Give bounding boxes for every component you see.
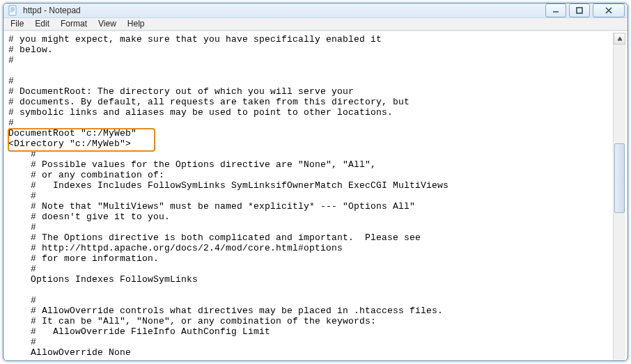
svg-rect-6 bbox=[577, 8, 582, 13]
menu-file[interactable]: File bbox=[5, 18, 29, 30]
notepad-icon bbox=[8, 5, 19, 16]
editor-content[interactable]: # you might expect, make sure that you h… bbox=[6, 33, 613, 361]
menu-help[interactable]: Help bbox=[122, 18, 150, 30]
vertical-scrollbar[interactable] bbox=[613, 33, 625, 361]
window-controls bbox=[545, 3, 625, 17]
vertical-scroll-track[interactable] bbox=[614, 45, 625, 361]
scroll-up-button[interactable] bbox=[614, 33, 625, 45]
maximize-button[interactable] bbox=[569, 3, 590, 17]
menubar: File Edit Format View Help bbox=[3, 18, 628, 31]
editor-area: # you might expect, make sure that you h… bbox=[5, 32, 626, 361]
vertical-scroll-thumb[interactable] bbox=[614, 143, 625, 213]
close-button[interactable] bbox=[593, 3, 625, 17]
notepad-window: httpd - Notepad File Edit Format View He… bbox=[3, 3, 628, 361]
menu-format[interactable]: Format bbox=[55, 18, 93, 30]
svg-marker-9 bbox=[618, 37, 622, 40]
menu-edit[interactable]: Edit bbox=[29, 18, 55, 30]
titlebar[interactable]: httpd - Notepad bbox=[3, 3, 628, 18]
minimize-button[interactable] bbox=[545, 3, 566, 17]
text-area[interactable]: # you might expect, make sure that you h… bbox=[6, 33, 613, 361]
menu-view[interactable]: View bbox=[93, 18, 122, 30]
window-title: httpd - Notepad bbox=[23, 6, 81, 15]
